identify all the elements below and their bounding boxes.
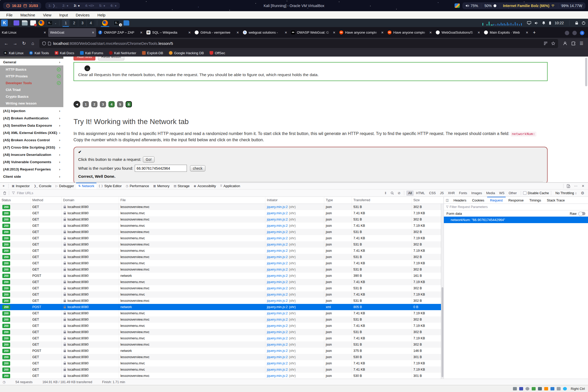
workspace-button[interactable]: 3: [79, 20, 86, 26]
page-button[interactable]: 5: [117, 101, 123, 107]
initiator-link[interactable]: jquery.min.js:2: [267, 286, 288, 290]
disable-cache-checkbox[interactable]: [523, 191, 526, 195]
go-button[interactable]: Go!: [143, 156, 155, 163]
reload-icon[interactable]: ↻: [20, 40, 28, 47]
menubar-item[interactable]: Machine: [20, 13, 35, 17]
panel-clock[interactable]: 16:22 31/03: [3, 2, 41, 9]
network-request-row[interactable]: 200 GET localhost:8080 lessonoverview.mv…: [0, 204, 441, 210]
initiator-link[interactable]: jquery.min.js:2: [267, 293, 288, 296]
throttling-select[interactable]: No Throttling↕: [553, 191, 579, 195]
bookmark-item[interactable]: Google Hacking DB: [169, 51, 204, 55]
bookmark-item[interactable]: K Kali Linux: [4, 51, 23, 55]
page-button[interactable]: 3: [100, 101, 106, 107]
page-button[interactable]: 6: [126, 101, 132, 107]
workspace-button[interactable]: 1: [62, 20, 69, 26]
initiator-link[interactable]: jquery.min.js:2: [267, 362, 288, 365]
menubar-item[interactable]: View: [43, 13, 51, 17]
network-request-row[interactable]: 200 GET localhost:8080 lessonoverview.mv…: [0, 373, 441, 379]
initiator-link[interactable]: jquery.min.js:2: [267, 268, 288, 271]
tab-close-icon[interactable]: ✕: [285, 31, 287, 34]
tab-close-icon[interactable]: ✕: [429, 31, 432, 34]
devtools-tool-tab[interactable]: ◷ Performance: [124, 183, 151, 189]
hamburger-menu-icon[interactable]: ☰: [580, 41, 583, 46]
tab-close-icon[interactable]: ✕: [333, 31, 335, 34]
devtools-tool-tab[interactable]: ▣ Inspector: [10, 183, 32, 189]
tab-close-icon[interactable]: ✕: [526, 31, 528, 34]
initiator-link[interactable]: jquery.min.js:2: [267, 211, 288, 215]
vm-workspace-chip[interactable]: 4:</>: [85, 4, 94, 8]
network-request-row[interactable]: 200 GET localhost:8080 lessonoverview.mv…: [0, 329, 441, 335]
devtools-tool-tab[interactable]: ▷ Debugger: [53, 183, 76, 189]
column-header[interactable]: Status: [0, 197, 31, 204]
devtools-tool-tab[interactable]: ⠿ Application: [218, 183, 242, 189]
workspace-button[interactable]: 2: [70, 20, 78, 26]
network-request-row[interactable]: 200 GET localhost:8080 lessonoverview.mv…: [0, 229, 441, 235]
initiator-link[interactable]: jquery.min.js:2: [267, 299, 288, 303]
initiator-link[interactable]: jquery.min.js:2: [267, 255, 288, 259]
sidebar-lesson-item[interactable]: Developer Tools ✔: [0, 79, 63, 86]
tab-close-icon[interactable]: ✕: [92, 31, 94, 34]
initiator-link[interactable]: jquery.min.js:2: [267, 343, 288, 346]
browser-tab[interactable]: Have anyone comple ✕: [338, 28, 385, 37]
column-header[interactable]: Domain: [62, 197, 119, 204]
initiator-link[interactable]: jquery.min.js:2: [267, 318, 288, 321]
network-request-row[interactable]: 200 GET localhost:8080 lessonmenu.mvc jq…: [0, 291, 441, 298]
tab-close-icon[interactable]: ✕: [44, 31, 46, 34]
initiator-link[interactable]: jquery.min.js:2: [267, 218, 288, 221]
requests-count[interactable]: 54 requests: [15, 380, 32, 384]
sidebar-lesson-item[interactable]: Writing new lesson ✔: [0, 100, 63, 107]
form-data-section[interactable]: Form data Raw: [444, 210, 588, 217]
split-panel-icon[interactable]: ◫: [444, 198, 451, 202]
volume-indicator[interactable]: 75%: [462, 4, 481, 8]
url-bar[interactable]: localhost:8080/WebGoat/start.mvc#lesson/…: [40, 39, 558, 48]
initiator-link[interactable]: jquery.min.js:2: [267, 324, 288, 328]
vm-workspace-chip[interactable]: 2:●: [63, 4, 69, 8]
devtools-tool-tab[interactable]: { } Style Editor: [96, 183, 124, 189]
devtools-close-icon[interactable]: ✕: [580, 183, 586, 189]
detail-tab[interactable]: Cookies: [469, 197, 487, 204]
type-filter-chip[interactable]: CSS: [427, 191, 438, 196]
terminal-launcher-icon[interactable]: $_: [47, 20, 53, 26]
kali-menu-icon[interactable]: K: [1, 20, 8, 26]
devtools-tool-tab[interactable]: ❯_ Console: [32, 183, 53, 189]
initiator-link[interactable]: jquery.min.js:2: [267, 236, 288, 240]
type-filter-chip[interactable]: HTML: [414, 191, 427, 196]
tab-close-icon[interactable]: ✕: [381, 31, 384, 34]
network-request-row[interactable]: 200 GET localhost:8080 lessonmenu.mvc jq…: [0, 223, 441, 229]
raw-toggle[interactable]: [578, 212, 585, 215]
running-terminal-icon[interactable]: $_ 3: [112, 20, 121, 26]
initiator-link[interactable]: jquery.min.js:2: [267, 274, 288, 278]
bookmark-item[interactable]: K Kali Tools: [29, 51, 49, 55]
browser-tab[interactable]: Have anyone comple ✕: [386, 28, 434, 37]
initiator-link[interactable]: jquery.min.js:2: [267, 249, 288, 253]
sidebar-lesson-item[interactable]: HTTP Basics ✔: [0, 66, 63, 73]
type-filter-chip[interactable]: Images: [469, 191, 484, 196]
sidebar-category-item[interactable]: (A1) Injection ›: [0, 107, 63, 114]
battery-icon[interactable]: [549, 21, 551, 25]
running-firefox-icon[interactable]: [101, 20, 109, 26]
display-icon[interactable]: [527, 21, 531, 25]
initiator-link[interactable]: jquery.min.js:2: [267, 243, 288, 246]
menubar-item[interactable]: Devices: [76, 13, 90, 17]
tab-close-icon[interactable]: ✕: [188, 31, 191, 34]
detail-tab[interactable]: Headers: [451, 197, 469, 204]
power-indicator[interactable]: 99% 14.77W: [558, 4, 585, 8]
sidebar-lesson-item[interactable]: Crypto Basics ✔: [0, 93, 63, 100]
responsive-design-icon[interactable]: [565, 183, 572, 189]
detail-tab[interactable]: Timings: [526, 197, 544, 204]
network-request-row[interactable]: 200 GET localhost:8080 lessonoverview.mv…: [0, 341, 441, 348]
account-icon[interactable]: [563, 41, 567, 46]
network-settings-gear-icon[interactable]: ⚙: [580, 191, 586, 195]
detail-tab[interactable]: Response: [506, 197, 527, 204]
type-filter-chip[interactable]: All: [406, 191, 414, 196]
reader-mode-icon[interactable]: [544, 42, 548, 45]
network-request-row[interactable]: 200 GET localhost:8080 lessonmenu.mvc jq…: [0, 248, 441, 254]
sidebar-category-item[interactable]: (A7) Cross-Site Scripting (XSS) ›: [0, 144, 63, 151]
initiator-link[interactable]: jquery.min.js:2: [267, 355, 288, 359]
check-button[interactable]: check: [190, 165, 205, 172]
network-request-row[interactable]: 200 GET localhost:8080 lessonmenu.mvc jq…: [0, 235, 441, 241]
launcher-dropdown-icon[interactable]: ⌄: [54, 22, 57, 24]
detail-tab[interactable]: Stack Trace: [544, 197, 568, 204]
shield-icon[interactable]: [42, 41, 46, 45]
network-request-row[interactable]: 200 GET localhost:8080 lessonmenu.mvc jq…: [0, 335, 441, 341]
